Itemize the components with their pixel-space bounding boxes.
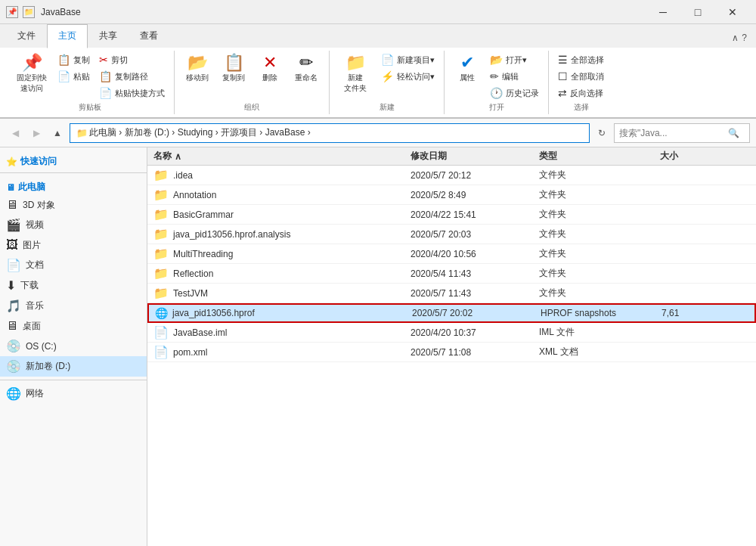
history-button[interactable]: 🕐 历史记录 [487, 85, 542, 101]
select-none-button[interactable]: ☐ 全部取消 [555, 69, 607, 84]
help-button[interactable]: ? [742, 33, 747, 43]
breadcrumb: 📁 此电脑 › 新加卷 (D:) › Studying › 开源项目 › Jav… [76, 126, 311, 139]
d-drive-icon: 💿 [6, 359, 21, 374]
table-row[interactable]: 📄 pom.xml 2020/5/7 11:08 XML 文档 [147, 343, 756, 362]
col-header-size[interactable]: 大小 [654, 150, 756, 163]
easy-access-button[interactable]: ⚡ 轻松访问▾ [378, 69, 438, 84]
open-button[interactable]: 📂 打开▾ [487, 52, 542, 67]
pin-button[interactable]: 📌 固定到快速访问 [12, 52, 51, 96]
new-folder-button[interactable]: 📁 新建文件夹 [336, 52, 375, 96]
col-header-date[interactable]: 修改日期 [404, 150, 533, 163]
search-input[interactable] [619, 128, 725, 138]
c-drive-icon: 💿 [6, 339, 21, 353]
forward-button[interactable]: ▶ [27, 124, 45, 142]
table-row[interactable]: 📁 TestJVM 2020/5/7 11:43 文件夹 [147, 284, 756, 303]
collapse-ribbon-button[interactable]: ∧ [732, 33, 739, 43]
tab-share[interactable]: 共享 [88, 24, 129, 48]
folder-icon: 📁 [153, 227, 169, 241]
pin-icon: 📌 [22, 54, 42, 71]
sidebar-item-desktop[interactable]: 🖥 桌面 [0, 316, 147, 336]
edit-button[interactable]: ✏ 编辑 [487, 69, 542, 84]
maximize-button[interactable]: □ [680, 0, 715, 24]
table-row[interactable]: 📁 Reflection 2020/5/4 11:43 文件夹 [147, 264, 756, 284]
paste-shortcut-icon: 📄 [99, 87, 112, 99]
sidebar-item-video[interactable]: 🎬 视频 [0, 215, 147, 235]
desktop-icon: 🖥 [6, 319, 18, 333]
minimize-button[interactable]: ─ [646, 0, 680, 24]
table-row[interactable]: 📄 JavaBase.iml 2020/4/20 10:37 IML 文件 [147, 323, 756, 343]
move-to-button[interactable]: 📂 移动到 [181, 52, 214, 85]
sidebar-item-music[interactable]: 🎵 音乐 [0, 296, 147, 316]
hprof-icon: 🌐 [155, 307, 168, 319]
copy-path-icon: 📋 [99, 70, 112, 82]
rename-icon: ✏ [299, 54, 313, 71]
address-bar[interactable]: 📁 此电脑 › 新加卷 (D:) › Studying › 开源项目 › Jav… [70, 123, 590, 143]
sidebar-item-c-drive[interactable]: 💿 OS (C:) [0, 336, 147, 356]
open-label: 打开 [489, 102, 504, 113]
tab-view[interactable]: 查看 [129, 24, 169, 48]
this-pc-section[interactable]: 🖥 此电脑 [0, 176, 147, 195]
music-icon: 🎵 [6, 299, 21, 313]
table-row[interactable]: 📁 Annotation 2020/5/2 8:49 文件夹 [147, 185, 756, 205]
3d-icon: 🖥 [6, 198, 18, 212]
tab-home[interactable]: 主页 [47, 24, 88, 48]
close-button[interactable]: ✕ [715, 0, 750, 24]
titlebar-icons: 📌 📁 [6, 6, 35, 18]
copy-to-button[interactable]: 📋 复制到 [217, 52, 250, 85]
open-icon: 📂 [490, 54, 503, 66]
quick-access-section[interactable]: ⭐ 快速访问 [0, 150, 147, 169]
cut-button[interactable]: ✂ 剪切 [96, 52, 168, 67]
properties-button[interactable]: ✔ 属性 [451, 52, 484, 85]
network-icon: 🌐 [6, 386, 21, 401]
easy-access-icon: ⚡ [381, 70, 394, 82]
table-row[interactable]: 📁 MultiThreading 2020/4/20 10:56 文件夹 [147, 244, 756, 264]
select-all-button[interactable]: ☰ 全部选择 [555, 52, 607, 67]
invert-select-button[interactable]: ⇄ 反向选择 [555, 85, 607, 101]
sidebar-divider-1 [0, 172, 147, 173]
refresh-button[interactable]: ↻ [593, 124, 611, 142]
back-button[interactable]: ◀ [6, 124, 24, 142]
table-row-selected[interactable]: 🌐 java_pid13056.hprof 2020/5/7 20:02 HPR… [147, 303, 756, 323]
copy-to-icon: 📋 [224, 54, 244, 71]
edit-icon: ✏ [490, 70, 499, 82]
ribbon-tabs: 文件 主页 共享 查看 ∧ ? [0, 24, 756, 48]
cut-icon: ✂ [99, 54, 108, 66]
select-none-icon: ☐ [558, 70, 568, 82]
ribbon-group-organize: 📂 移动到 📋 复制到 ✕ 删除 ✏ 重命名 组织 [175, 51, 330, 114]
col-header-type[interactable]: 类型 [533, 150, 654, 163]
search-box[interactable]: 🔍 [614, 123, 750, 143]
table-row[interactable]: 📁 java_pid13056.hprof.analysis 2020/5/7 … [147, 225, 756, 244]
delete-button[interactable]: ✕ 删除 [253, 52, 287, 85]
clipboard-label: 剪贴板 [79, 102, 101, 113]
folder-icon: 📁 [153, 188, 169, 202]
video-icon: 🎬 [6, 218, 21, 232]
ribbon-group-select: ☰ 全部选择 ☐ 全部取消 ⇄ 反向选择 选择 [549, 51, 613, 114]
new-item-button[interactable]: 📄 新建项目▾ [378, 52, 438, 67]
sidebar-item-3d[interactable]: 🖥 3D 对象 [0, 195, 147, 215]
breadcrumb-icon: 📁 [76, 128, 88, 138]
sidebar-item-d-drive[interactable]: 💿 新加卷 (D:) [0, 356, 147, 377]
folder-icon: 📁 [153, 266, 169, 281]
tab-file[interactable]: 文件 [6, 24, 47, 48]
copy-button[interactable]: 📋 复制 [54, 52, 93, 67]
table-row[interactable]: 📁 BasicGrammar 2020/4/22 15:41 文件夹 [147, 205, 756, 225]
paste-icon: 📄 [57, 70, 70, 82]
properties-icon: ✔ [460, 54, 474, 71]
col-header-name[interactable]: 名称 ∧ [147, 150, 404, 163]
copy-path-button[interactable]: 📋 复制路径 [96, 69, 168, 84]
up-button[interactable]: ▲ [48, 124, 67, 142]
paste-shortcut-button[interactable]: 📄 粘贴快捷方式 [96, 85, 168, 101]
ribbon-group-open: ✔ 属性 📂 打开▾ ✏ 编辑 🕐 历史记录 [445, 51, 549, 114]
sidebar-item-pictures[interactable]: 🖼 图片 [0, 235, 147, 255]
select-buttons: ☰ 全部选择 ☐ 全部取消 ⇄ 反向选择 [555, 52, 607, 101]
new-folder-icon: 📁 [345, 54, 366, 71]
sidebar-item-network[interactable]: 🌐 网络 [0, 383, 147, 404]
table-row[interactable]: 📁 .idea 2020/5/7 20:12 文件夹 [147, 166, 756, 185]
sidebar-item-documents[interactable]: 📄 文档 [0, 255, 147, 275]
rename-button[interactable]: ✏ 重命名 [290, 52, 323, 85]
sidebar-item-downloads[interactable]: ⬇ 下载 [0, 275, 147, 296]
folder-icon: 📁 [153, 286, 169, 300]
this-pc-icon: 🖥 [6, 182, 15, 193]
paste-button[interactable]: 📄 粘贴 [54, 69, 93, 84]
delete-icon: ✕ [263, 54, 277, 71]
